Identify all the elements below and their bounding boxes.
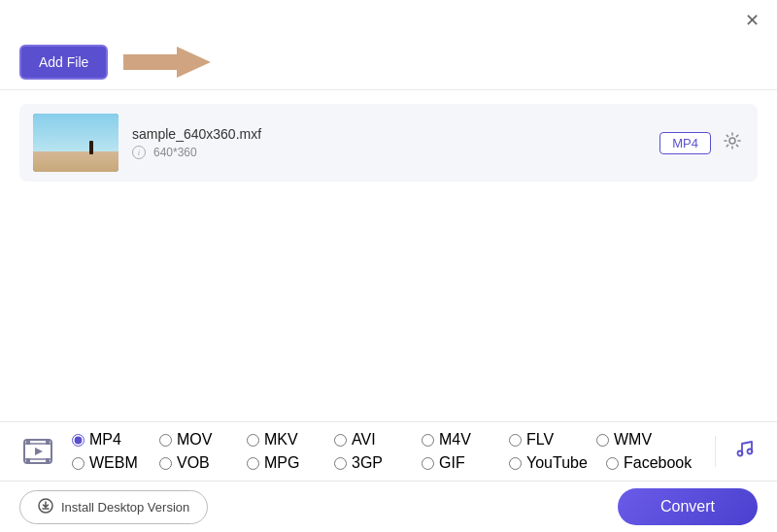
- format-option-webm[interactable]: WEBM: [72, 453, 159, 473]
- svg-point-13: [747, 449, 752, 454]
- format-options: MP4 MOV MKV AVI M4V FLV: [62, 430, 715, 473]
- svg-rect-7: [26, 441, 30, 445]
- svg-marker-11: [35, 448, 43, 455]
- format-option-facebook[interactable]: Facebook: [606, 453, 703, 473]
- format-label-vob: VOB: [177, 454, 210, 472]
- download-icon: [38, 498, 53, 516]
- format-label-avi: AVI: [352, 431, 376, 449]
- format-option-avi[interactable]: AVI: [334, 430, 422, 449]
- svg-point-12: [737, 451, 742, 456]
- format-label-gif: GIF: [439, 454, 465, 472]
- gear-icon: [723, 131, 742, 150]
- format-label-facebook: Facebook: [624, 454, 692, 472]
- close-button[interactable]: ✕: [741, 10, 763, 31]
- format-label-flv: FLV: [526, 431, 554, 449]
- format-icon-area: [14, 435, 62, 468]
- format-option-youtube[interactable]: YouTube: [509, 453, 606, 473]
- arrow-icon: [123, 45, 211, 80]
- music-icon: [732, 436, 758, 461]
- format-badge-button[interactable]: MP4: [659, 132, 711, 154]
- file-actions: MP4: [659, 129, 744, 157]
- svg-rect-10: [46, 458, 50, 462]
- music-button-area: [715, 436, 763, 467]
- svg-rect-9: [26, 458, 30, 462]
- format-row-1: MP4 MOV MKV AVI M4V FLV: [72, 430, 705, 449]
- file-thumbnail: [33, 114, 118, 172]
- format-label-m4v: M4V: [439, 431, 471, 449]
- arrow-decoration: [123, 45, 211, 80]
- format-option-gif[interactable]: GIF: [422, 453, 509, 473]
- bottom-bar: Install Desktop Version Convert: [0, 482, 777, 532]
- add-file-button[interactable]: Add File: [19, 45, 108, 80]
- music-button[interactable]: [732, 436, 758, 467]
- format-label-mov: MOV: [177, 431, 212, 449]
- file-resolution: 640*360: [153, 146, 197, 159]
- svg-marker-0: [123, 47, 211, 78]
- info-icon: i: [132, 146, 146, 159]
- file-name: sample_640x360.mxf: [132, 126, 646, 142]
- format-option-mp4[interactable]: MP4: [72, 430, 159, 449]
- format-row-2: WEBM VOB MPG 3GP GIF YouTube: [72, 453, 705, 473]
- svg-rect-8: [46, 441, 50, 445]
- format-option-mpg[interactable]: MPG: [247, 453, 334, 473]
- format-label-3gp: 3GP: [352, 454, 383, 472]
- format-label-wmv: WMV: [614, 431, 652, 449]
- format-label-youtube: YouTube: [526, 454, 588, 472]
- format-label-webm: WEBM: [89, 454, 138, 472]
- format-option-mkv[interactable]: MKV: [247, 430, 334, 449]
- format-label-mp4: MP4: [89, 431, 121, 449]
- file-list: sample_640x360.mxf i 640*360 MP4: [0, 90, 777, 195]
- format-option-mov[interactable]: MOV: [159, 430, 247, 449]
- install-label: Install Desktop Version: [61, 500, 189, 515]
- format-option-wmv[interactable]: WMV: [596, 430, 684, 449]
- file-info: sample_640x360.mxf i 640*360: [132, 126, 646, 159]
- settings-button[interactable]: [721, 129, 744, 157]
- format-option-vob[interactable]: VOB: [159, 453, 247, 473]
- convert-button[interactable]: Convert: [618, 488, 758, 525]
- toolbar: Add File: [0, 37, 777, 90]
- format-option-m4v[interactable]: M4V: [422, 430, 509, 449]
- film-icon: [21, 435, 54, 468]
- file-item: sample_640x360.mxf i 640*360 MP4: [19, 104, 758, 182]
- format-option-3gp[interactable]: 3GP: [334, 453, 422, 473]
- svg-point-1: [729, 138, 735, 144]
- format-bar: MP4 MOV MKV AVI M4V FLV: [0, 421, 777, 482]
- title-bar: ✕: [0, 0, 777, 37]
- format-label-mpg: MPG: [264, 454, 299, 472]
- file-meta: i 640*360: [132, 146, 646, 159]
- format-label-mkv: MKV: [264, 431, 298, 449]
- download-icon-svg: [38, 498, 53, 514]
- install-desktop-button[interactable]: Install Desktop Version: [19, 490, 208, 524]
- format-option-flv[interactable]: FLV: [509, 430, 596, 449]
